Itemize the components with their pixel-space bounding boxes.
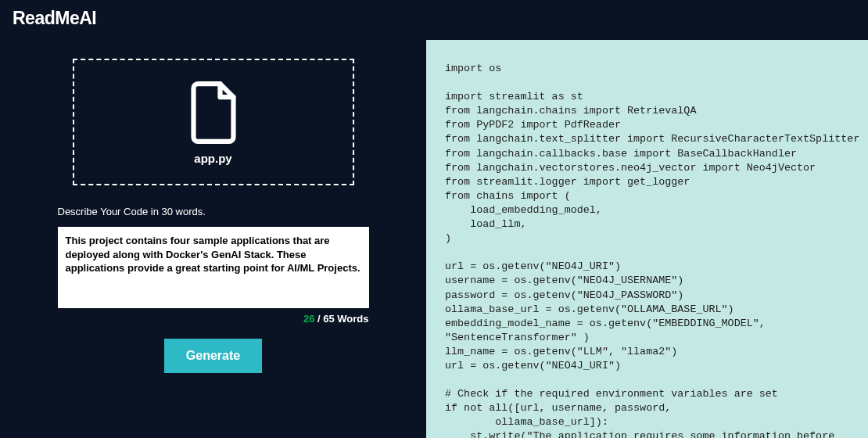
left-panel: app.py Describe Your Code in 30 words. 2… <box>0 40 426 438</box>
app-logo: ReadMeAI <box>13 8 855 29</box>
uploaded-filename: app.py <box>194 152 231 165</box>
generate-button[interactable]: Generate <box>164 339 262 373</box>
file-icon <box>187 80 240 145</box>
app-header: ReadMeAI <box>0 0 868 40</box>
file-dropzone[interactable]: app.py <box>73 59 354 185</box>
word-count: 26 / 65 Words <box>58 313 369 325</box>
code-preview: import os import streamlit as st from la… <box>445 62 855 438</box>
description-input[interactable] <box>58 227 369 308</box>
main-content: app.py Describe Your Code in 30 words. 2… <box>0 40 868 438</box>
word-count-current: 26 <box>303 313 314 325</box>
word-count-max: / 65 Words <box>314 313 368 325</box>
code-panel: import os import streamlit as st from la… <box>426 40 868 438</box>
description-label: Describe Your Code in 30 words. <box>58 206 369 217</box>
